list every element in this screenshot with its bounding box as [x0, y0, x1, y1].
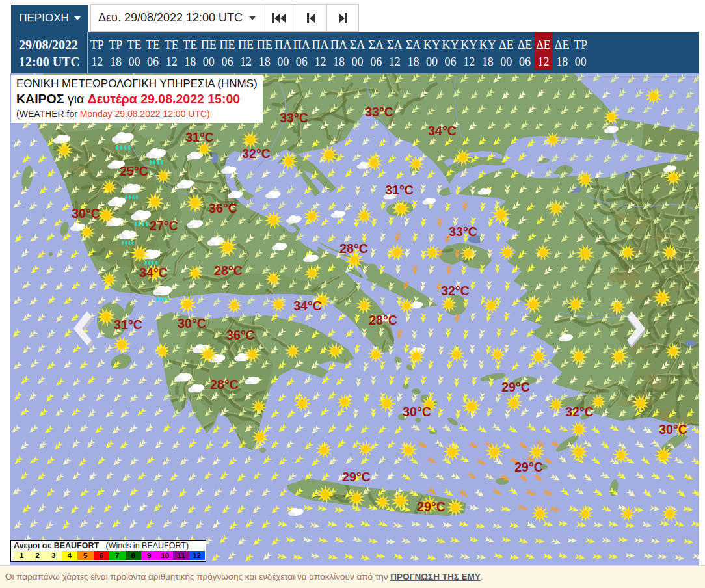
- svg-text:28°C: 28°C: [339, 241, 368, 256]
- svg-text:29°C: 29°C: [501, 380, 530, 394]
- svg-text:27°C: 27°C: [150, 219, 178, 233]
- svg-text:34°C: 34°C: [428, 124, 457, 138]
- svg-text:32°C: 32°C: [565, 405, 594, 419]
- svg-text:31°C: 31°C: [385, 183, 414, 197]
- svg-text:29°C: 29°C: [342, 470, 371, 484]
- svg-text:28°C: 28°C: [210, 377, 239, 392]
- svg-text:25°C: 25°C: [120, 164, 148, 178]
- svg-text:32°C: 32°C: [242, 146, 271, 161]
- svg-text:30°C: 30°C: [403, 405, 431, 419]
- svg-text:31°C: 31°C: [114, 317, 142, 332]
- svg-text:33°C: 33°C: [365, 105, 393, 119]
- svg-text:31°C: 31°C: [185, 130, 214, 144]
- svg-text:34°C: 34°C: [293, 299, 322, 313]
- svg-text:29°C: 29°C: [514, 460, 543, 474]
- svg-text:36°C: 36°C: [209, 201, 237, 215]
- svg-text:30°C: 30°C: [72, 206, 100, 220]
- svg-text:30°C: 30°C: [659, 422, 687, 436]
- svg-text:34°C: 34°C: [139, 265, 168, 280]
- svg-text:33°C: 33°C: [280, 111, 308, 125]
- svg-text:36°C: 36°C: [226, 328, 255, 342]
- svg-text:33°C: 33°C: [449, 224, 477, 239]
- svg-text:28°C: 28°C: [369, 313, 397, 327]
- svg-text:29°C: 29°C: [417, 500, 446, 514]
- svg-text:32°C: 32°C: [441, 284, 470, 298]
- svg-text:30°C: 30°C: [178, 316, 206, 330]
- svg-text:28°C: 28°C: [214, 263, 243, 278]
